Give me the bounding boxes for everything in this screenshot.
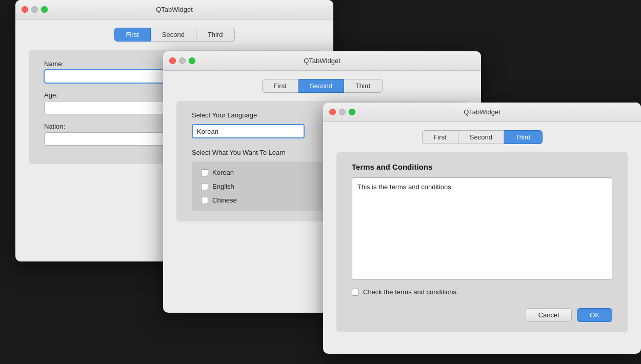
traffic-lights-2 [169,57,195,64]
titlebar-1: QTabWidget [15,0,333,19]
nation-input[interactable] [44,132,167,146]
name-input[interactable] [44,70,167,83]
close-button-3[interactable] [329,109,336,115]
tab-first-3[interactable]: First [422,130,458,144]
close-button-1[interactable] [22,6,28,13]
terms-title: Terms and Conditions [352,163,612,171]
close-button-2[interactable] [169,57,176,64]
checkbox-english-label: English [212,183,234,190]
tab-first-2[interactable]: First [262,79,298,93]
language-selected-value: Korean [197,128,218,135]
minimize-button-1[interactable] [31,6,38,13]
traffic-lights-3 [329,109,355,115]
minimize-button-3[interactable] [339,109,346,115]
tabs-bar-2: First Second Third [171,79,473,93]
checkbox-korean-box[interactable] [201,169,208,176]
checkbox-chinese-box[interactable] [201,197,208,204]
titlebar-3: QTabWidget [323,103,641,122]
tabs-bar-3: First Second Third [331,130,633,144]
terms-text-area: This is the terms and conditions [352,177,612,280]
maximize-button-2[interactable] [189,57,195,64]
language-dropdown[interactable]: Korean [192,124,305,138]
age-input[interactable] [44,101,167,114]
window3-content: First Second Third Terms and Conditions … [323,122,641,346]
checkbox-english-box[interactable] [201,183,208,190]
window-title-2: QTabWidget [304,57,340,65]
terms-check-row: Check the terms and conditions. [352,288,612,296]
tab-second-2[interactable]: Second [298,79,344,93]
terms-checkbox[interactable] [352,289,359,296]
terms-check-label: Check the terms and conditions. [363,288,458,296]
button-row: Cancel OK [352,308,612,322]
tab-third-1[interactable]: Third [196,28,235,42]
titlebar-2: QTabWidget [163,51,481,71]
window-title-1: QTabWidget [156,6,193,13]
tabs-bar-1: First Second Third [24,28,325,42]
terms-content: This is the terms and conditions [357,183,451,191]
tab-second-3[interactable]: Second [458,130,504,144]
traffic-lights-1 [22,6,48,13]
ok-button[interactable]: OK [577,308,612,322]
tab-second-1[interactable]: Second [151,28,196,42]
checkbox-korean-label: Korean [212,169,234,176]
checkbox-chinese-label: Chinese [212,196,237,204]
minimize-button-2[interactable] [179,57,186,64]
terms-panel: Terms and Conditions This is the terms a… [336,152,628,332]
maximize-button-3[interactable] [349,109,355,115]
tab-first-1[interactable]: First [114,28,151,42]
tab-third-2[interactable]: Third [344,79,383,93]
cancel-button[interactable]: Cancel [526,308,572,322]
window-third: QTabWidget First Second Third Terms and … [323,103,641,354]
maximize-button-1[interactable] [41,6,48,13]
tab-third-3[interactable]: Third [504,130,543,144]
window-title-3: QTabWidget [464,108,500,116]
